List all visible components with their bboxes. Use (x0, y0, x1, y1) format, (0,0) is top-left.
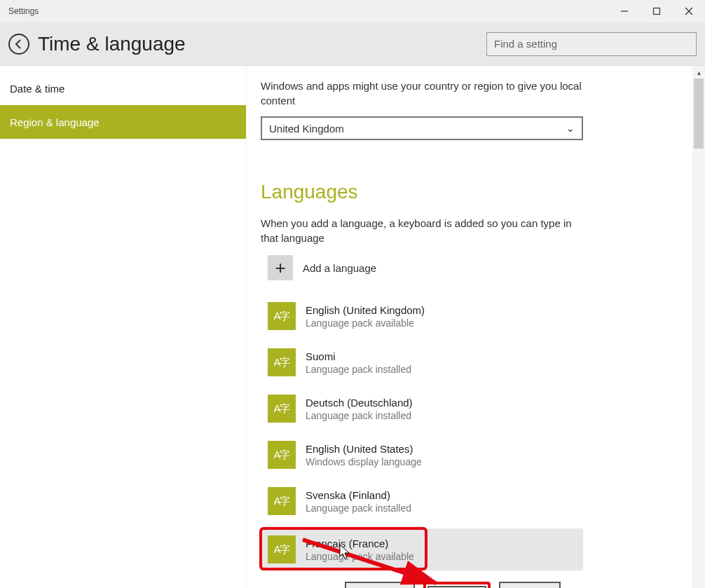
remove-button[interactable]: Remove (499, 582, 561, 588)
region-select[interactable]: United Kingdom ⌄ (261, 116, 583, 140)
minimize-button[interactable] (608, 0, 641, 22)
language-actions: Set as primary Options Remove (345, 582, 691, 588)
chevron-down-icon: ⌄ (566, 123, 575, 134)
titlebar: Settings (0, 0, 705, 22)
language-item[interactable]: A字 Deutsch (Deutschland) Language pack i… (261, 390, 691, 428)
set-primary-button[interactable]: Set as primary (345, 582, 415, 588)
header: Time & language Find a setting (0, 22, 705, 66)
language-glyph-icon: A字 (268, 441, 296, 469)
language-glyph-icon: A字 (268, 395, 296, 423)
sidebar-item-label: Region & language (10, 116, 100, 128)
language-name: Français (France) (306, 538, 414, 549)
window-title: Settings (8, 6, 39, 16)
sidebar: Date & time Region & language (0, 66, 247, 588)
language-sub: Language pack available (306, 317, 425, 329)
scroll-thumb[interactable] (694, 78, 704, 149)
language-glyph-icon: A字 (268, 535, 296, 563)
vertical-scrollbar[interactable]: ▴ (692, 66, 705, 588)
body: Date & time Region & language ▴ Windows … (0, 66, 705, 588)
languages-description: When you add a language, a keyboard is a… (261, 216, 590, 245)
page-title: Time & language (38, 33, 486, 55)
maximize-button[interactable] (641, 0, 673, 22)
back-button[interactable] (8, 34, 29, 55)
content-pane: ▴ Windows and apps might use your countr… (247, 66, 705, 588)
language-sub: Windows display language (306, 456, 422, 467)
language-item[interactable]: A字 English (United Kingdom) Language pac… (261, 297, 691, 335)
language-item[interactable]: A字 Svenska (Finland) Language pack insta… (261, 482, 691, 520)
language-glyph-icon: A字 (268, 302, 296, 330)
search-input[interactable]: Find a setting (486, 32, 697, 56)
add-language-label: Add a language (303, 262, 376, 274)
language-name: English (United States) (306, 443, 422, 455)
search-placeholder: Find a setting (494, 38, 557, 50)
svg-rect-1 (654, 8, 660, 15)
add-language-button[interactable]: + Add a language (261, 254, 691, 282)
sidebar-item-region-language[interactable]: Region & language (0, 105, 246, 139)
region-selected-value: United Kingdom (269, 123, 344, 135)
language-item-selected[interactable]: A字 Français (France) Language pack avail… (261, 528, 583, 570)
language-name: Svenska (Finland) (306, 489, 411, 501)
language-sub: Language pack installed (306, 410, 413, 421)
language-item[interactable]: A字 English (United States) Windows displ… (261, 436, 691, 474)
language-sub: Language pack available (306, 551, 414, 562)
close-button[interactable] (673, 0, 705, 22)
scroll-up-icon[interactable]: ▴ (692, 66, 705, 78)
language-glyph-icon: A字 (268, 487, 296, 515)
language-name: Deutsch (Deutschland) (306, 397, 413, 409)
sidebar-item-label: Date & time (10, 83, 64, 95)
languages-heading: Languages (261, 181, 691, 203)
language-list: A字 English (United Kingdom) Language pac… (261, 297, 691, 570)
language-name: Suomi (306, 350, 411, 362)
plus-icon: + (268, 255, 293, 280)
language-name: English (United Kingdom) (306, 304, 425, 316)
language-sub: Language pack installed (306, 502, 411, 514)
annotation-highlight: Options (423, 582, 491, 588)
region-description: Windows and apps might use your country … (261, 78, 590, 108)
language-glyph-icon: A字 (268, 348, 296, 376)
language-sub: Language pack installed (306, 364, 411, 375)
window-controls (608, 0, 705, 22)
language-item[interactable]: A字 Suomi Language pack installed (261, 343, 691, 381)
sidebar-item-date-time[interactable]: Date & time (0, 71, 246, 105)
